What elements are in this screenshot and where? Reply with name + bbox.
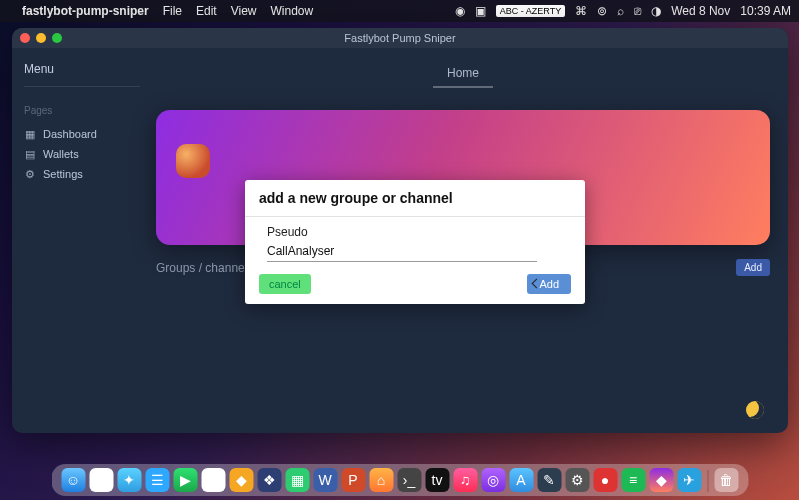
search-icon[interactable]: ⌕ (617, 4, 624, 18)
macos-menubar: fastlybot-pump-sniper File Edit View Win… (0, 0, 799, 22)
sidebar-item-settings[interactable]: ⚙ Settings (24, 164, 140, 184)
dock-appstore-icon[interactable]: A (509, 468, 533, 492)
dock-trash-icon[interactable]: 🗑 (714, 468, 738, 492)
dock-word-icon[interactable]: W (313, 468, 337, 492)
tab-home[interactable]: Home (433, 60, 493, 88)
sidebar-item-label: Settings (43, 168, 83, 180)
bluetooth-icon[interactable]: ⌘ (575, 4, 587, 18)
dock-facetime-icon[interactable]: ▶ (173, 468, 197, 492)
sidebar-section-pages: Pages (24, 105, 140, 116)
dock-telegram-icon[interactable]: ✈ (677, 468, 701, 492)
add-group-modal: add a new groupe or channel Pseudo cance… (245, 180, 585, 304)
dock-excel-icon[interactable]: ▦ (285, 468, 309, 492)
gear-icon: ⚙ (24, 168, 36, 180)
sidebar-item-label: Dashboard (43, 128, 97, 140)
window-title: Fastlybot Pump Sniper (12, 32, 788, 44)
dock-messages-icon[interactable]: ☰ (145, 468, 169, 492)
dock-chrome-icon[interactable]: ◉ (201, 468, 225, 492)
titlebar: Fastlybot Pump Sniper (12, 28, 788, 48)
avatar (176, 144, 210, 178)
groups-label: Groups / channels (156, 261, 253, 275)
menu-window[interactable]: Window (271, 4, 314, 18)
confirm-add-button[interactable]: Add (527, 274, 571, 294)
cancel-button[interactable]: cancel (259, 274, 311, 294)
dock-app5-icon[interactable]: ● (593, 468, 617, 492)
sidebar-item-wallets[interactable]: ▤ Wallets (24, 144, 140, 164)
dock-spotify-icon[interactable]: ≡ (621, 468, 645, 492)
siri-icon[interactable]: ◑ (651, 4, 661, 18)
modal-title: add a new groupe or channel (245, 180, 585, 217)
sidebar-item-dashboard[interactable]: ▦ Dashboard (24, 124, 140, 144)
camera-icon[interactable]: ▣ (475, 4, 486, 18)
dock-finder-icon[interactable]: ☺ (61, 468, 85, 492)
dock-safari-icon[interactable]: ✦ (117, 468, 141, 492)
wifi-icon[interactable]: ⊚ (597, 4, 607, 18)
control-center-icon[interactable]: ⎚ (634, 4, 641, 18)
dock-settings-icon[interactable]: ⚙ (565, 468, 589, 492)
dock-music-icon[interactable]: ♫ (453, 468, 477, 492)
dock-app2-icon[interactable]: ❖ (257, 468, 281, 492)
dock-powerpoint-icon[interactable]: P (341, 468, 365, 492)
dock-separator (707, 470, 708, 492)
dock-app1-icon[interactable]: ◆ (229, 468, 253, 492)
pseudo-input[interactable] (267, 241, 537, 262)
menu-view[interactable]: View (231, 4, 257, 18)
record-icon[interactable]: ◉ (455, 4, 465, 18)
sidebar-menu-heading: Menu (24, 62, 140, 87)
theme-toggle-icon[interactable] (746, 401, 764, 419)
wallet-icon: ▤ (24, 148, 36, 160)
dock-terminal-icon[interactable]: ›_ (397, 468, 421, 492)
input-source[interactable]: ABC - AZERTY (496, 5, 565, 17)
menu-edit[interactable]: Edit (196, 4, 217, 18)
dock-podcasts-icon[interactable]: ◎ (481, 468, 505, 492)
dock-app4-icon[interactable]: ✎ (537, 468, 561, 492)
dock-app3-icon[interactable]: ⌂ (369, 468, 393, 492)
dashboard-icon: ▦ (24, 128, 36, 140)
dock: ☺ ⊞ ✦ ☰ ▶ ◉ ◆ ❖ ▦ W P ⌂ ›_ tv ♫ ◎ A ✎ ⚙ … (51, 464, 748, 496)
add-group-button[interactable]: Add (736, 259, 770, 276)
sidebar: Menu Pages ▦ Dashboard ▤ Wallets ⚙ Setti… (12, 48, 152, 433)
dock-tv-icon[interactable]: tv (425, 468, 449, 492)
date[interactable]: Wed 8 Nov (671, 4, 730, 18)
pseudo-field-label: Pseudo (267, 225, 563, 239)
app-name[interactable]: fastlybot-pump-sniper (22, 4, 149, 18)
sidebar-item-label: Wallets (43, 148, 79, 160)
time[interactable]: 10:39 AM (740, 4, 791, 18)
menu-file[interactable]: File (163, 4, 182, 18)
dock-launchpad-icon[interactable]: ⊞ (89, 468, 113, 492)
dock-fastlybot-icon[interactable]: ◆ (649, 468, 673, 492)
